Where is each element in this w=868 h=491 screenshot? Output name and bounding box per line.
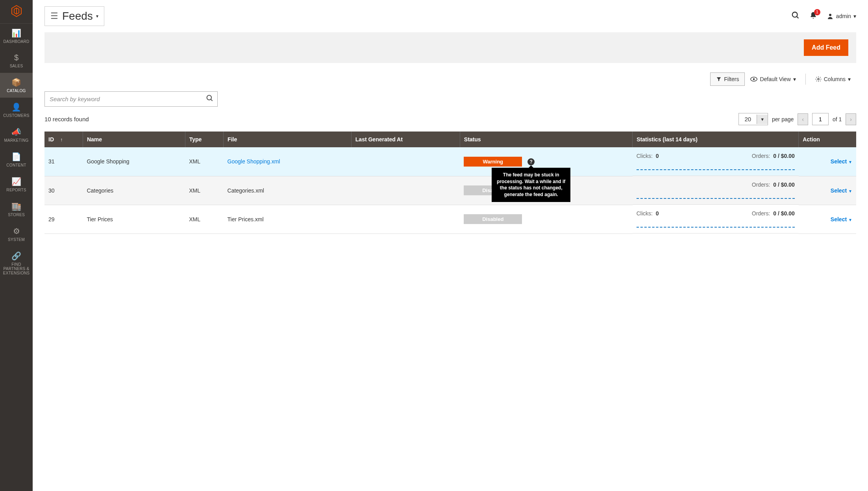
default-view-label: Default View <box>760 76 790 82</box>
column-header-last-generated[interactable]: Last Generated At <box>351 132 460 147</box>
status-badge: Disabled <box>464 214 522 224</box>
column-header-status[interactable]: Status <box>460 132 632 147</box>
columns-label: Columns <box>824 76 846 82</box>
column-header-name[interactable]: Name <box>83 132 185 147</box>
toolbar-separator <box>805 74 806 85</box>
caret-down-icon: ▾ <box>848 76 851 82</box>
per-page-select[interactable]: 20 ▼ <box>738 113 768 125</box>
sidebar-item-label: REPORTS <box>2 188 31 192</box>
cell-status: Disabled <box>460 205 632 233</box>
dashboard-icon: 📊 <box>2 28 31 38</box>
column-header-action[interactable]: Action <box>799 132 856 147</box>
magento-logo[interactable] <box>0 0 33 24</box>
page-input[interactable] <box>812 113 829 125</box>
sidebar-item-customers[interactable]: 👤 CUSTOMERS <box>0 98 33 122</box>
topbar: ☰ Feeds ▾ 1 admin ▾ <box>44 0 856 30</box>
select-action[interactable]: Select▼ <box>831 187 852 194</box>
grid-toolbar: Filters Default View ▾ Columns ▾ <box>44 72 856 86</box>
caret-down-icon: ▼ <box>848 218 852 222</box>
search-input[interactable] <box>44 91 218 107</box>
sidebar-item-label: CATALOG <box>2 89 31 93</box>
column-header-id[interactable]: ID↑ <box>44 132 83 147</box>
cell-id: 29 <box>44 205 83 233</box>
cell-id: 30 <box>44 176 83 205</box>
sidebar-item-stores[interactable]: 🏬 STORES <box>0 197 33 222</box>
customers-icon: 👤 <box>2 102 31 112</box>
filters-button[interactable]: Filters <box>710 72 745 86</box>
column-header-file[interactable]: File <box>224 132 352 147</box>
caret-down-icon: ▼ <box>848 160 852 164</box>
sidebar-item-content[interactable]: 📄 CONTENT <box>0 147 33 172</box>
per-page-value: 20 <box>739 113 757 125</box>
cell-type: XML <box>185 176 223 205</box>
eye-icon <box>750 76 757 82</box>
sort-asc-icon: ↑ <box>60 137 63 143</box>
cell-type: XML <box>185 205 223 233</box>
caret-down-icon: ▾ <box>793 76 796 82</box>
sidebar-item-dashboard[interactable]: 📊 DASHBOARD <box>0 24 33 48</box>
search-icon[interactable] <box>206 94 214 104</box>
page-of-label: of 1 <box>833 116 842 122</box>
system-icon: ⚙ <box>2 226 31 234</box>
svg-point-2 <box>829 14 831 16</box>
default-view-button[interactable]: Default View ▾ <box>745 73 801 85</box>
select-action[interactable]: Select▼ <box>831 216 852 222</box>
cell-id: 31 <box>44 147 83 176</box>
prev-page-button[interactable]: ‹ <box>798 113 808 125</box>
cell-last-generated <box>351 147 460 176</box>
tooltip: The feed may be stuck in processing. Wai… <box>492 168 570 202</box>
table-row[interactable]: 30 Categories XML Categories.xml Disable… <box>44 176 856 205</box>
feeds-grid: ID↑ Name Type File Last Generated At Sta… <box>44 132 856 234</box>
sales-icon: $ <box>2 53 31 62</box>
column-header-statistics[interactable]: Statistics (last 14 days) <box>633 132 799 147</box>
page-title: Feeds <box>62 10 93 22</box>
columns-button[interactable]: Columns ▾ <box>810 73 856 85</box>
select-action[interactable]: Select▼ <box>831 158 852 165</box>
file-link[interactable]: Google Shopping.xml <box>228 158 280 165</box>
cell-status: Warning ? The feed may be stuck in proce… <box>460 147 632 176</box>
sidebar-item-marketing[interactable]: 📣 MARKETING <box>0 122 33 147</box>
help-icon[interactable]: ? The feed may be stuck in processing. W… <box>527 158 535 165</box>
sidebar-item-system[interactable]: ⚙ SYSTEM <box>0 222 33 234</box>
sidebar-item-catalog[interactable]: 📦 CATALOG <box>0 73 33 98</box>
cell-last-generated <box>351 176 460 205</box>
column-header-type[interactable]: Type <box>185 132 223 147</box>
content-icon: 📄 <box>2 152 31 161</box>
svg-line-1 <box>797 16 799 18</box>
sidebar: 📊 DASHBOARD $ SALES 📦 CATALOG 👤 CUSTOMER… <box>0 0 33 234</box>
cell-last-generated <box>351 205 460 233</box>
table-row[interactable]: 31 Google Shopping XML Google Shopping.x… <box>44 147 856 176</box>
svg-point-6 <box>207 95 212 100</box>
records-row: 10 records found 20 ▼ per page ‹ of 1 › <box>44 113 856 125</box>
filters-label: Filters <box>724 76 739 82</box>
caret-down-icon: ▼ <box>848 189 852 193</box>
sidebar-item-sales[interactable]: $ SALES <box>0 48 33 73</box>
cell-statistics: Clicks: Orders: 0 / $0.00 <box>633 176 799 205</box>
catalog-icon: 📦 <box>2 78 31 87</box>
sidebar-item-label: CUSTOMERS <box>2 113 31 118</box>
pagination: 20 ▼ per page ‹ of 1 › <box>738 113 856 125</box>
sidebar-item-reports[interactable]: 📈 REPORTS <box>0 172 33 197</box>
user-menu[interactable]: admin ▾ <box>827 13 856 20</box>
notification-badge: 1 <box>814 9 820 15</box>
page-title-dropdown[interactable]: ☰ Feeds ▾ <box>44 6 104 26</box>
search-row <box>44 91 856 107</box>
table-row[interactable]: 29 Tier Prices XML Tier Prices.xml Disab… <box>44 205 856 233</box>
cell-name: Google Shopping <box>83 147 185 176</box>
top-actions: 1 admin ▾ <box>791 11 856 22</box>
marketing-icon: 📣 <box>2 127 31 137</box>
add-feed-button[interactable]: Add Feed <box>804 39 848 56</box>
hamburger-icon: ☰ <box>50 11 58 21</box>
sidebar-item-label: SALES <box>2 64 31 68</box>
cell-type: XML <box>185 147 223 176</box>
notifications-button[interactable]: 1 <box>809 11 817 21</box>
stores-icon: 🏬 <box>2 202 31 211</box>
next-page-button[interactable]: › <box>846 113 856 125</box>
svg-point-5 <box>818 78 819 80</box>
search-button[interactable] <box>791 11 800 22</box>
cell-name: Tier Prices <box>83 205 185 233</box>
cell-file: Tier Prices.xml <box>224 205 352 233</box>
funnel-icon <box>716 76 722 82</box>
user-icon <box>827 13 834 20</box>
reports-icon: 📈 <box>2 177 31 186</box>
